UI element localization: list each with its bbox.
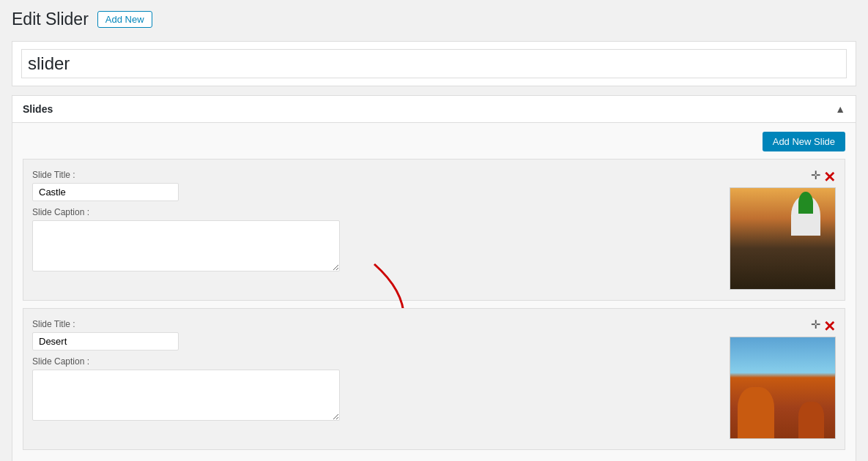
slide-caption-textarea[interactable] bbox=[32, 370, 340, 421]
slides-header: Slides ▲ bbox=[12, 96, 856, 123]
slide-title-row: Slide Title : bbox=[32, 170, 719, 201]
add-new-button[interactable]: Add New bbox=[97, 11, 152, 28]
slides-section-title: Slides bbox=[23, 103, 53, 115]
slide-title-input[interactable] bbox=[32, 332, 179, 351]
slide-caption-row: Slide Caption : bbox=[32, 356, 719, 423]
delete-icon[interactable]: ✕ bbox=[823, 319, 836, 334]
slide-image-area: ✛ ✕ bbox=[727, 170, 836, 290]
slider-name-input[interactable] bbox=[21, 49, 847, 78]
slide-image-controls: ✛ ✕ bbox=[811, 319, 836, 334]
slide-caption-label: Slide Caption : bbox=[32, 356, 719, 367]
delete-icon[interactable]: ✕ bbox=[823, 170, 836, 184]
slide-caption-textarea[interactable] bbox=[32, 220, 340, 271]
slide-thumbnail-castle[interactable] bbox=[730, 187, 836, 290]
slides-body: Add New Slide Slide Title : Slide Captio… bbox=[12, 123, 856, 461]
slide-item: Slide Title : Slide Caption : ✛ ✕ bbox=[23, 159, 845, 301]
slider-name-row bbox=[12, 41, 856, 86]
page-wrapper: Edit Slider Add New Slides ▲ Add New Sli… bbox=[0, 0, 868, 461]
add-new-slide-bar: Add New Slide bbox=[23, 132, 845, 151]
slide-fields: Slide Title : Slide Caption : bbox=[32, 319, 719, 429]
add-new-slide-button[interactable]: Add New Slide bbox=[763, 132, 845, 151]
slide-title-label: Slide Title : bbox=[32, 319, 719, 329]
page-header: Edit Slider Add New bbox=[12, 9, 856, 31]
slide-caption-label: Slide Caption : bbox=[32, 207, 719, 217]
page-title: Edit Slider bbox=[12, 9, 89, 31]
slide-title-row: Slide Title : bbox=[32, 319, 719, 351]
slides-section: Slides ▲ Add New Slide Slide Title : bbox=[12, 95, 856, 461]
slide-title-input[interactable] bbox=[32, 183, 179, 201]
move-icon[interactable]: ✛ bbox=[811, 319, 820, 334]
slide-image-controls: ✛ ✕ bbox=[811, 170, 836, 184]
slide-item: Slide Title : Slide Caption : ✛ ✕ bbox=[23, 308, 845, 450]
slide-thumbnail-desert[interactable] bbox=[730, 337, 836, 439]
move-icon[interactable]: ✛ bbox=[811, 170, 820, 184]
slide-image-area: ✛ ✕ bbox=[727, 319, 836, 439]
slide-caption-row: Slide Caption : bbox=[32, 207, 719, 274]
slide-fields: Slide Title : Slide Caption : bbox=[32, 170, 719, 280]
chevron-up-icon[interactable]: ▲ bbox=[835, 103, 845, 115]
slide-title-label: Slide Title : bbox=[32, 170, 719, 180]
